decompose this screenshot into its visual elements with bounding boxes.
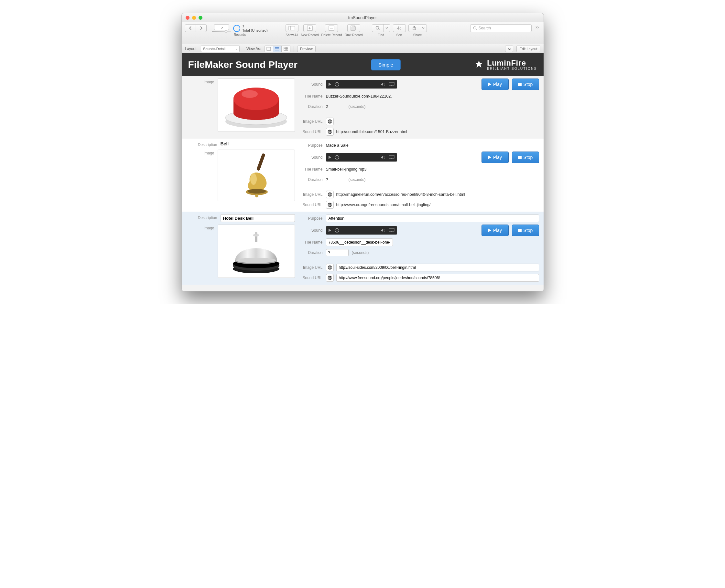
search-input[interactable]: Search xyxy=(470,24,531,32)
record-image[interactable] xyxy=(218,79,295,132)
brand-logo: LuminFire BRILLIANT SOLUTIONS xyxy=(474,59,537,70)
play-icon xyxy=(328,229,331,232)
svg-text:30: 30 xyxy=(336,230,338,232)
image-label: Image xyxy=(182,79,218,84)
description-input[interactable]: Hotel Desk Bell xyxy=(221,214,295,222)
volume-icon xyxy=(380,82,385,87)
share-dropdown[interactable] xyxy=(420,24,426,31)
search-placeholder: Search xyxy=(479,26,491,30)
duration-input[interactable]: ? xyxy=(326,249,348,256)
record-row: Description Bell Image xyxy=(182,139,544,212)
preview-button[interactable]: Preview xyxy=(297,45,316,52)
svg-rect-6 xyxy=(352,27,356,30)
audio-player[interactable]: 30 xyxy=(326,153,397,162)
image-url-input[interactable]: http://soul-sides.com/2009/06/bell-ringi… xyxy=(336,264,539,271)
new-record-button[interactable] xyxy=(303,24,316,32)
records-label: Records xyxy=(234,33,246,37)
stop-button[interactable]: Stop xyxy=(512,225,539,236)
image-url-label: Image URL xyxy=(298,119,326,124)
seconds-label: (seconds) xyxy=(352,250,369,255)
svg-point-31 xyxy=(250,173,257,185)
view-table-button[interactable] xyxy=(282,46,290,52)
svg-rect-22 xyxy=(389,82,394,85)
new-record-label: New Record xyxy=(301,33,319,37)
open-sound-url-button[interactable] xyxy=(326,201,334,209)
sound-url-value: http://soundbible.com/1501-Buzzer.html xyxy=(336,129,539,134)
sound-label: Sound xyxy=(298,82,326,87)
image-url-value: http://imaginelefun.com/en/accessoires-n… xyxy=(336,192,539,197)
page-title: FileMaker Sound Player xyxy=(188,59,298,70)
current-record-field[interactable]: 5 xyxy=(214,24,229,30)
layout-select[interactable]: Sounds-Detail xyxy=(201,45,240,52)
delete-record-label: Delete Record xyxy=(321,33,342,37)
filename-label: File Name xyxy=(298,94,326,99)
purpose-value: Made a Sale xyxy=(326,143,539,148)
sort-button[interactable]: az xyxy=(393,24,406,32)
duration-label: Duration xyxy=(298,177,326,182)
open-image-url-button[interactable] xyxy=(326,191,334,198)
airplay-icon xyxy=(389,155,395,160)
play-icon xyxy=(328,83,331,86)
open-image-url-button[interactable] xyxy=(326,264,334,271)
mode-toggle-button[interactable]: Simple xyxy=(371,59,401,70)
pie-status-icon xyxy=(233,25,240,32)
stop-button[interactable]: Stop xyxy=(512,151,539,163)
main-toolbar: 5 7 Total (Unsorted) Records Show All xyxy=(182,22,544,44)
records-list: Image xyxy=(182,76,544,291)
airplay-icon xyxy=(389,82,395,87)
text-format-button[interactable]: Aa xyxy=(505,45,513,52)
open-sound-url-button[interactable] xyxy=(326,274,334,282)
play-button[interactable]: Play xyxy=(482,151,509,163)
stop-button[interactable]: Stop xyxy=(512,79,539,90)
svg-text:z: z xyxy=(400,28,401,30)
purpose-input[interactable]: Attention xyxy=(326,214,539,222)
open-image-url-button[interactable] xyxy=(326,118,334,125)
svg-point-18 xyxy=(234,87,279,110)
play-button[interactable]: Play xyxy=(482,79,509,90)
nav-segment xyxy=(185,24,207,32)
next-record-button[interactable] xyxy=(196,24,206,31)
record-image[interactable] xyxy=(218,225,295,278)
filename-input[interactable]: 78506__joedeshon__desk-bell-one- xyxy=(326,238,393,246)
svg-rect-12 xyxy=(267,47,271,50)
purpose-label: Purpose xyxy=(298,143,326,148)
edit-layout-button[interactable]: Edit Layout xyxy=(517,45,540,52)
toolbar-overflow[interactable]: ›› xyxy=(534,24,540,30)
svg-point-19 xyxy=(242,90,258,98)
view-list-button[interactable] xyxy=(273,46,282,52)
replay-icon: 30 xyxy=(334,228,340,233)
omit-record-button[interactable] xyxy=(347,24,360,32)
svg-rect-27 xyxy=(257,153,265,171)
purpose-label: Purpose xyxy=(298,216,326,220)
description-label: Description xyxy=(182,214,221,220)
find-button[interactable] xyxy=(372,24,390,32)
svg-rect-2 xyxy=(292,26,295,30)
svg-point-43 xyxy=(236,258,276,263)
play-button[interactable]: Play xyxy=(482,225,509,236)
share-button[interactable] xyxy=(408,24,427,32)
brand-tagline: BRILLIANT SOLUTIONS xyxy=(487,67,537,70)
record-image[interactable] xyxy=(218,150,295,201)
view-form-button[interactable] xyxy=(265,46,273,52)
svg-point-11 xyxy=(474,26,476,29)
star-icon xyxy=(474,60,484,69)
layout-label: Layout: xyxy=(185,46,198,51)
sound-url-input[interactable]: http://www.freesound.org/people/joedesho… xyxy=(336,274,539,282)
sound-url-label: Sound URL xyxy=(298,276,326,280)
open-sound-url-button[interactable] xyxy=(326,128,334,136)
audio-player[interactable]: 30 xyxy=(326,80,397,88)
prev-record-button[interactable] xyxy=(185,24,196,31)
app-header: FileMaker Sound Player Simple LuminFire … xyxy=(182,53,544,76)
play-icon xyxy=(328,156,331,159)
image-label: Image xyxy=(182,225,218,230)
duration-value: 2 xyxy=(326,104,348,109)
delete-record-button[interactable] xyxy=(325,24,338,32)
volume-icon xyxy=(380,228,385,233)
image-url-label: Image URL xyxy=(298,265,326,270)
find-dropdown[interactable] xyxy=(384,24,390,31)
show-all-button[interactable] xyxy=(285,24,299,32)
svg-rect-49 xyxy=(389,228,394,231)
svg-point-30 xyxy=(255,194,258,197)
view-as-label: View As: xyxy=(246,46,261,51)
audio-player[interactable]: 30 xyxy=(326,226,397,234)
